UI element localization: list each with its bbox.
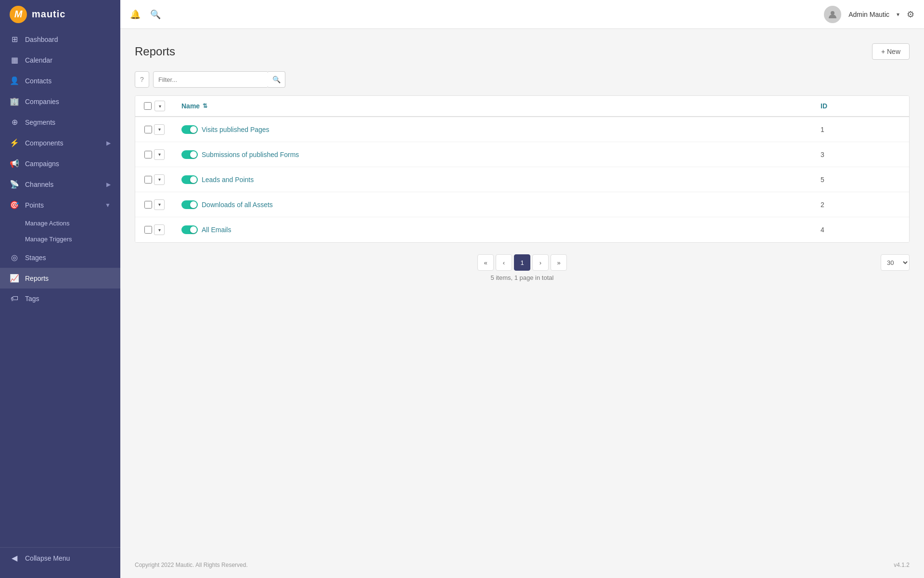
row-name-text: Leads and Points: [202, 176, 254, 184]
user-dropdown-arrow[interactable]: ▾: [897, 11, 899, 18]
th-checkbox-area: ▾: [135, 101, 174, 111]
page-title: Reports: [135, 45, 175, 58]
sidebar-item-segments[interactable]: ⊕ Segments: [0, 112, 120, 132]
collapse-label: Collapse Menu: [25, 554, 111, 562]
page-prev-button[interactable]: ‹: [496, 254, 512, 271]
row-dropdown-button[interactable]: ▾: [154, 124, 165, 135]
search-icon[interactable]: 🔍: [150, 9, 161, 20]
sidebar-item-dashboard[interactable]: ⊞ Dashboard: [0, 29, 120, 50]
page-next-button[interactable]: ›: [532, 254, 549, 271]
row-id: 2: [813, 201, 909, 209]
reports-icon: 📈: [10, 274, 19, 283]
sidebar-item-manage-triggers[interactable]: Manage Triggers: [0, 231, 120, 247]
row-toggle[interactable]: [181, 200, 198, 209]
row-check-area: ▾: [135, 124, 174, 135]
logo-area: M mautic: [0, 0, 120, 29]
header-icons: 🔔 🔍: [130, 9, 161, 20]
sidebar-item-campaigns[interactable]: 📢 Campaigns: [0, 153, 120, 174]
sidebar-label-contacts: Contacts: [25, 77, 111, 85]
filter-help-icon[interactable]: ?: [135, 71, 149, 88]
filter-bar: ? 🔍: [135, 71, 910, 88]
settings-icon[interactable]: ⚙: [907, 9, 914, 20]
sidebar-collapse-menu[interactable]: ◀ Collapse Menu: [0, 548, 120, 568]
app-body: ⊞ Dashboard ▦ Calendar 👤 Contacts 🏢 Comp…: [0, 29, 924, 578]
channels-icon: 📡: [10, 180, 19, 189]
app-name: mautic: [32, 9, 65, 20]
filter-search-button[interactable]: 🔍: [268, 71, 285, 88]
row-checkbox[interactable]: [144, 176, 152, 184]
sidebar-item-stages[interactable]: ◎ Stages: [0, 247, 120, 268]
sidebar-item-manage-actions[interactable]: Manage Actions: [0, 215, 120, 231]
row-dropdown-button[interactable]: ▾: [154, 149, 165, 160]
row-check-area: ▾: [135, 149, 174, 160]
svg-point-0: [831, 11, 834, 15]
header-right: Admin Mautic ▾ ⚙: [824, 6, 914, 23]
row-name[interactable]: All Emails: [174, 225, 813, 234]
tags-icon: 🏷: [10, 294, 19, 303]
row-toggle[interactable]: [181, 175, 198, 184]
sidebar-item-points[interactable]: 🎯 Points ▼: [0, 195, 120, 215]
row-dropdown-button[interactable]: ▾: [154, 199, 165, 210]
copyright: Copyright 2022 Mautic. All Rights Reserv…: [135, 562, 248, 568]
row-dropdown-button[interactable]: ▾: [154, 224, 165, 235]
sidebar-item-contacts[interactable]: 👤 Contacts: [0, 70, 120, 91]
row-dropdown-button[interactable]: ▾: [154, 174, 165, 185]
main-content: Reports + New ? 🔍 ▾ Name ⇅: [120, 29, 924, 578]
table-row: ▾ All Emails 4: [135, 217, 909, 242]
notifications-icon[interactable]: 🔔: [130, 9, 141, 20]
page-header: Reports + New: [135, 43, 910, 60]
sidebar-item-calendar[interactable]: ▦ Calendar: [0, 50, 120, 70]
user-name[interactable]: Admin Mautic: [848, 11, 889, 18]
sidebar-item-components[interactable]: ⚡ Components ▶: [0, 132, 120, 153]
sidebar-label-points: Points: [25, 201, 99, 209]
top-header: M mautic 🔔 🔍 Admin Mautic ▾ ⚙: [0, 0, 924, 29]
row-name[interactable]: Visits published Pages: [174, 125, 813, 134]
row-toggle[interactable]: [181, 225, 198, 234]
logo-icon: M: [10, 6, 27, 23]
row-checkbox[interactable]: [144, 226, 152, 234]
row-name[interactable]: Downloads of all Assets: [174, 200, 813, 209]
row-check-area: ▾: [135, 224, 174, 235]
version: v4.1.2: [894, 562, 910, 568]
components-arrow-icon: ▶: [106, 140, 111, 146]
select-all-checkbox[interactable]: [144, 102, 152, 110]
sidebar-label-dashboard: Dashboard: [25, 36, 111, 43]
sidebar-item-companies[interactable]: 🏢 Companies: [0, 91, 120, 112]
th-name[interactable]: Name ⇅: [174, 102, 813, 110]
pagination: « ‹ 1 › »: [477, 254, 567, 271]
new-button[interactable]: + New: [872, 43, 910, 60]
row-toggle[interactable]: [181, 125, 198, 134]
filter-input[interactable]: [153, 71, 269, 88]
row-name-text: All Emails: [202, 226, 231, 234]
components-icon: ⚡: [10, 138, 19, 147]
main-footer: Copyright 2022 Mautic. All Rights Reserv…: [120, 552, 924, 578]
row-name[interactable]: Submissions of published Forms: [174, 150, 813, 159]
table-row: ▾ Leads and Points 5: [135, 167, 909, 192]
row-name-text: Visits published Pages: [202, 126, 270, 133]
sidebar: ⊞ Dashboard ▦ Calendar 👤 Contacts 🏢 Comp…: [0, 29, 120, 578]
sidebar-label-campaigns: Campaigns: [25, 160, 111, 168]
sidebar-item-reports[interactable]: 📈 Reports: [0, 268, 120, 289]
manage-actions-label: Manage Actions: [25, 220, 70, 227]
sidebar-label-segments: Segments: [25, 118, 111, 126]
row-checkbox[interactable]: [144, 201, 152, 209]
row-checkbox[interactable]: [144, 126, 152, 133]
sidebar-label-components: Components: [25, 139, 101, 147]
row-toggle[interactable]: [181, 150, 198, 159]
row-name-text: Submissions of published Forms: [202, 151, 299, 158]
dashboard-icon: ⊞: [10, 35, 19, 44]
companies-icon: 🏢: [10, 97, 19, 106]
page-last-button[interactable]: »: [551, 254, 567, 271]
row-checkbox[interactable]: [144, 151, 152, 158]
row-name[interactable]: Leads and Points: [174, 175, 813, 184]
sidebar-item-tags[interactable]: 🏷 Tags: [0, 289, 120, 309]
name-sort-icon: ⇅: [203, 103, 207, 109]
per-page-select[interactable]: 30 10 20 50 100: [881, 254, 910, 271]
avatar: [824, 6, 841, 23]
sidebar-item-channels[interactable]: 📡 Channels ▶: [0, 174, 120, 195]
data-table: ▾ Name ⇅ ID ▾ Visits published Pages 1: [135, 95, 910, 243]
page-first-button[interactable]: «: [477, 254, 494, 271]
header-dropdown-button[interactable]: ▾: [154, 101, 165, 111]
row-check-area: ▾: [135, 174, 174, 185]
page-1-button[interactable]: 1: [514, 254, 530, 271]
